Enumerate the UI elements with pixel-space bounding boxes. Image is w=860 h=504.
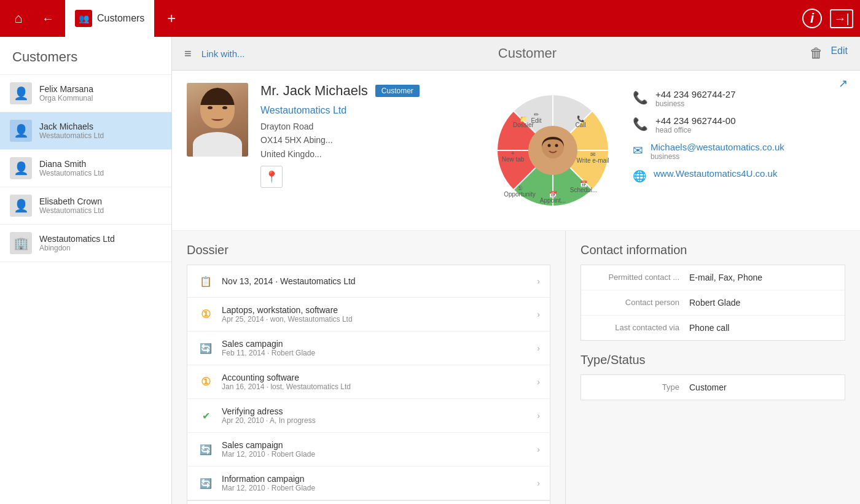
email-value[interactable]: Michaels@westautomatics.co.uk [651, 142, 845, 152]
dossier-sub-1: Apr 25, 2014 · won, Westautomatics Ltd [222, 315, 530, 324]
dossier-title-5: Sales campaign [222, 440, 530, 450]
phone1-item: 📞 +44 234 962744-27 business [633, 89, 845, 108]
detail-panel: ↗ [172, 71, 860, 231]
contact-fullname: Mr. Jack Michaels [260, 83, 368, 99]
tab-label: Customers [97, 13, 144, 24]
customer-avatar-jack: 👤 [10, 120, 32, 142]
edit-button[interactable]: Edit [831, 45, 848, 61]
type-status-section: Type/Status Type Customer [580, 353, 845, 400]
customer-avatar-elisabeth: 👤 [10, 195, 32, 217]
dossier-content-6: Information campaign Mar 12, 2010 · Robe… [222, 474, 530, 492]
logout-button[interactable]: →| [829, 6, 854, 31]
header-title: Customer [255, 45, 800, 61]
dossier-item-3[interactable]: ① Accounting software Jan 16, 2014 · los… [187, 365, 550, 399]
content-scroll: ↗ [172, 71, 860, 504]
dossier-item-0[interactable]: 📋 Nov 13, 2014 · Westautomatics Ltd › [187, 265, 550, 298]
customers-tab[interactable]: 👥 Customers [65, 0, 154, 37]
dossier-icon-2: 🔄 [197, 339, 214, 357]
dossier-item-1[interactable]: ① Laptops, workstation, software Apr 25,… [187, 298, 550, 331]
add-tab-button[interactable]: + [159, 6, 184, 31]
back-button[interactable]: ← [36, 6, 60, 31]
customer-item-jack[interactable]: 👤 Jack Michaels Westautomatics Ltd [0, 112, 171, 150]
tab-icon: 👥 [75, 10, 92, 27]
company-name[interactable]: Westautomatics Ltd [260, 105, 473, 116]
dossier-title-3: Accounting software [222, 373, 530, 382]
dossier-title: Dossier [187, 243, 550, 257]
contact-info-value-1: Robert Glade [689, 298, 835, 308]
type-status-value-0: Customer [689, 382, 835, 392]
dossier-title-4: Verifying adress [222, 406, 530, 416]
contact-info-row-0: Permitted contact ... E-mail, Fax, Phone [581, 265, 845, 290]
dossier-icon-5: 🔄 [197, 441, 214, 458]
customer-sub-elisabeth: Westautomatics Ltd [39, 206, 162, 215]
contact-info-title: Contact information [580, 243, 845, 257]
dossier-arrow-5: › [537, 444, 540, 454]
address-line2: OX14 5HX Abing... [260, 133, 473, 147]
phone2-item: 📞 +44 234 962744-00 head office [633, 115, 845, 134]
dossier-item-4[interactable]: ✔ Verifying adress Apr 20, 2010 · A, In … [187, 399, 550, 433]
customer-info-elisabeth: Elisabeth Crown Westautomatics Ltd [39, 196, 162, 215]
top-bar-right: i →| [800, 6, 854, 31]
contact-info-value-0: E-mail, Fax, Phone [689, 273, 835, 282]
customer-avatar-diana: 👤 [10, 157, 32, 179]
dossier-arrow-1: › [537, 309, 540, 319]
customer-sub-diana: Westautomatics Ltd [39, 169, 162, 177]
dossier-title-6: Information campaign [222, 474, 530, 484]
contact-name-row: Mr. Jack Michaels Customer [260, 83, 473, 99]
home-button[interactable]: ⌂ [6, 6, 31, 31]
dossier-content-2: Sales campagin Feb 11, 2014 · Robert Gla… [222, 339, 530, 357]
dossier-item-5[interactable]: 🔄 Sales campaign Mar 12, 2010 · Robert G… [187, 433, 550, 467]
customer-info-felix: Felix Marsana Orga Kommunal [39, 84, 162, 103]
customer-item-elisabeth[interactable]: 👤 Elisabeth Crown Westautomatics Ltd [0, 187, 171, 225]
dossier-title-1: Laptops, workstation, software [222, 305, 530, 315]
phone1-value[interactable]: +44 234 962744-27 [655, 89, 845, 99]
dossier-section: Dossier 📋 Nov 13, 2014 · Westautomatics … [172, 231, 565, 504]
customer-item-diana[interactable]: 👤 Diana Smith Westautomatics Ltd [0, 150, 171, 187]
dossier-arrow-3: › [537, 377, 540, 387]
content-area: ≡ Link with... Customer 🗑 Edit ↗ [172, 37, 860, 504]
phone2-icon: 📞 [633, 117, 648, 131]
email-icon: ✉ [633, 143, 643, 158]
seg-text-newtab: New tab [502, 156, 525, 163]
customer-item-westautomatics[interactable]: 🏢 Westautomatics Ltd Abingdon [0, 225, 171, 262]
dossier-sub-4: Apr 20, 2010 · A, In progress [222, 416, 530, 425]
menu-icon: ≡ [184, 47, 192, 60]
location-pin-button[interactable]: 📍 [260, 166, 283, 188]
customer-item-felix[interactable]: 👤 Felix Marsana Orga Kommunal [0, 75, 171, 112]
website-item: 🌐 www.Westautomatics4U.co.uk [633, 168, 845, 183]
customer-name-elisabeth: Elisabeth Crown [39, 196, 162, 206]
back-icon: ← [42, 12, 54, 26]
radial-svg: ✏ Edit 📞 Call ✉ Write e-mail 📅 Schedul..… [485, 83, 620, 218]
dossier-arrow-0: › [537, 276, 540, 286]
link-with-button[interactable]: Link with... [201, 48, 245, 59]
dossier-sub-3: Jan 16, 2014 · lost, Westautomatics Ltd [222, 382, 530, 391]
customer-info-westautomatics: Westautomatics Ltd Abingdon [39, 234, 162, 252]
extended-list-button[interactable]: Extended list › [187, 501, 550, 504]
dossier-sub-6: Mar 12, 2010 · Robert Glade [222, 484, 530, 492]
svg-point-8 [548, 144, 551, 147]
phone2-label: head office [655, 126, 845, 134]
info-button[interactable]: i [800, 6, 824, 31]
customer-name-diana: Diana Smith [39, 159, 162, 169]
phone1-label: business [655, 99, 845, 108]
dossier-item-2[interactable]: 🔄 Sales campagin Feb 11, 2014 · Robert G… [187, 331, 550, 365]
expand-icon[interactable]: ↗ [838, 77, 848, 90]
dossier-arrow-6: › [537, 478, 540, 488]
add-icon: + [167, 10, 176, 27]
contact-photo [187, 83, 248, 157]
customer-name-westautomatics: Westautomatics Ltd [39, 234, 162, 244]
logout-icon: →| [830, 9, 853, 28]
website-value[interactable]: www.Westautomatics4U.co.uk [654, 168, 845, 179]
contact-info-row-2: Last contacted via Phone call [581, 316, 845, 340]
sidebar: Customers 👤 Felix Marsana Orga Kommunal … [0, 37, 172, 504]
contact-info-label-1: Contact person [591, 298, 689, 307]
dossier-title-2: Sales campagin [222, 339, 530, 349]
dossier-item-6[interactable]: 🔄 Information campaign Mar 12, 2010 · Ro… [187, 467, 550, 500]
dossier-icon-1: ① [197, 306, 214, 323]
phone2-value[interactable]: +44 234 962744-00 [655, 115, 845, 126]
contact-details: Mr. Jack Michaels Customer Westautomatic… [260, 83, 473, 188]
customer-sub-felix: Orga Kommunal [39, 94, 162, 103]
menu-button[interactable]: ≡ [184, 47, 192, 61]
dossier-content-4: Verifying adress Apr 20, 2010 · A, In pr… [222, 406, 530, 425]
delete-icon[interactable]: 🗑 [810, 45, 823, 61]
